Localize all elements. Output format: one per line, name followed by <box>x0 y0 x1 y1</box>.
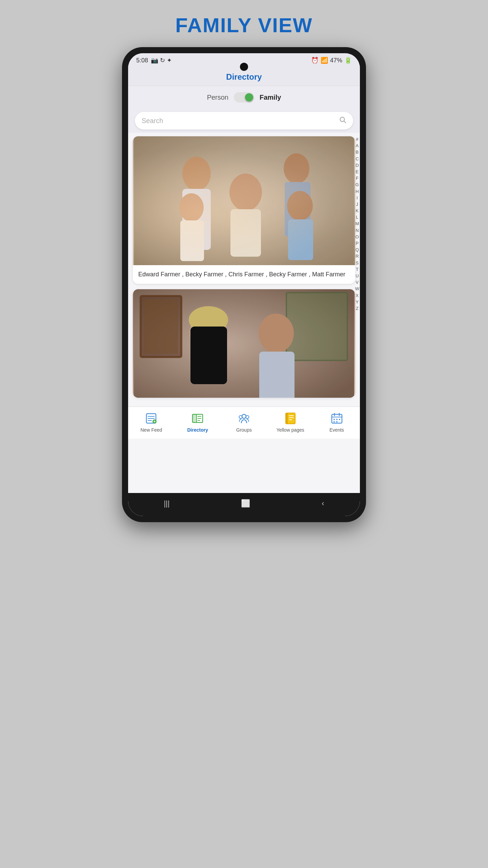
svg-point-52 <box>333 421 335 422</box>
family-photo-svg-1 <box>133 136 355 265</box>
alpha-L[interactable]: L <box>356 214 358 220</box>
phone-screen: 5:08 📷 ↻ ✦ ⏰ 📶 47% 🔋 Directory Person <box>128 53 360 516</box>
family-label: Family <box>260 94 281 101</box>
svg-rect-9 <box>230 209 261 257</box>
svg-point-51 <box>339 419 340 420</box>
directory-icon <box>191 412 204 425</box>
phone-frame: 5:08 📷 ↻ ✦ ⏰ 📶 47% 🔋 Directory Person <box>122 47 366 522</box>
alpha-hash[interactable]: # <box>356 136 358 142</box>
alpha-I[interactable]: I <box>357 195 358 201</box>
wifi-icon: 📶 <box>321 57 328 64</box>
camera-notch <box>240 63 248 71</box>
alpha-U[interactable]: U <box>355 273 359 279</box>
svg-rect-2 <box>134 136 354 265</box>
alpha-O[interactable]: O <box>355 234 359 240</box>
android-home-btn[interactable]: ⬜ <box>241 499 250 508</box>
svg-point-37 <box>242 414 246 418</box>
status-time: 5:08 <box>136 57 148 64</box>
svg-point-50 <box>336 419 338 420</box>
alpha-F[interactable]: F <box>356 175 359 181</box>
alpha-E[interactable]: E <box>356 169 359 175</box>
search-bar[interactable]: Search <box>135 112 353 130</box>
svg-rect-13 <box>288 219 313 260</box>
alpha-Q[interactable]: Q <box>355 247 359 253</box>
battery-icon: 🔋 <box>344 57 352 64</box>
alpha-Z[interactable]: Z <box>356 305 359 312</box>
family-card-1[interactable]: Edward Farmer , Becky Farmer , Chris Far… <box>133 136 355 284</box>
new-feed-icon <box>144 412 158 425</box>
svg-point-12 <box>287 191 313 221</box>
bottom-nav: New Feed Dire <box>128 407 360 439</box>
svg-point-49 <box>333 419 335 420</box>
list-area: # A B C D E F G H I J K L M N <box>128 133 360 407</box>
svg-rect-7 <box>285 182 310 236</box>
nav-label-events: Events <box>329 427 344 433</box>
app-content: Person Family Search <box>128 86 360 493</box>
toggle-knob <box>245 93 253 101</box>
nav-label-groups: Groups <box>236 427 252 433</box>
search-icon <box>339 116 346 125</box>
svg-point-6 <box>284 153 309 184</box>
svg-rect-5 <box>182 189 211 250</box>
svg-rect-33 <box>192 414 197 422</box>
view-toggle-row[interactable]: Person Family <box>128 86 360 108</box>
alpha-N[interactable]: N <box>355 228 359 234</box>
status-left: 5:08 📷 ↻ ✦ <box>136 57 172 64</box>
alpha-Y[interactable]: Y <box>356 299 359 305</box>
nav-item-events[interactable]: Events <box>313 412 360 433</box>
android-recent-btn[interactable]: ||| <box>164 499 169 508</box>
svg-line-1 <box>344 121 346 123</box>
search-placeholder[interactable]: Search <box>142 117 339 125</box>
nav-item-new-feed[interactable]: New Feed <box>128 412 175 433</box>
svg-rect-14 <box>134 136 354 265</box>
family-photo-1 <box>133 136 355 265</box>
svg-rect-3 <box>134 136 354 265</box>
alpha-W[interactable]: W <box>355 286 359 292</box>
alarm-icon: ⏰ <box>311 57 319 64</box>
nav-item-directory[interactable]: Directory <box>175 412 221 433</box>
groups-icon <box>237 412 251 425</box>
android-nav-bar: ||| ⬜ ‹ <box>128 493 360 516</box>
alpha-D[interactable]: D <box>355 162 359 169</box>
nav-label-new-feed: New Feed <box>140 427 162 433</box>
svg-rect-24 <box>134 289 354 398</box>
svg-point-4 <box>182 157 211 191</box>
alpha-G[interactable]: G <box>355 182 359 188</box>
alpha-V[interactable]: V <box>356 279 359 285</box>
svg-point-8 <box>229 174 262 211</box>
nav-label-directory: Directory <box>187 427 208 433</box>
svg-rect-11 <box>180 220 204 261</box>
alpha-H[interactable]: H <box>355 189 359 195</box>
alpha-C[interactable]: C <box>355 156 359 162</box>
alpha-A[interactable]: A <box>356 143 359 149</box>
alpha-M[interactable]: M <box>355 221 359 227</box>
svg-rect-41 <box>286 413 288 424</box>
family-name-1: Edward Farmer , Becky Farmer , Chris Far… <box>133 265 355 284</box>
alpha-T[interactable]: T <box>356 267 359 273</box>
status-right: ⏰ 📶 47% 🔋 <box>311 57 352 64</box>
alpha-X[interactable]: X <box>356 293 359 299</box>
nav-item-groups[interactable]: Groups <box>221 412 267 433</box>
svg-point-53 <box>336 421 338 422</box>
search-container: Search <box>128 108 360 133</box>
top-nav-title: Directory <box>226 72 262 81</box>
android-back-btn[interactable]: ‹ <box>322 499 324 508</box>
alpha-B[interactable]: B <box>356 149 359 155</box>
toggle-switch[interactable] <box>234 92 254 102</box>
alpha-J[interactable]: J <box>356 201 359 208</box>
family-photo-svg-2 <box>133 289 355 398</box>
alphabet-sidebar[interactable]: # A B C D E F G H I J K L M N <box>355 136 359 312</box>
yellow-pages-icon <box>284 412 297 425</box>
alpha-P[interactable]: P <box>356 240 359 246</box>
battery-text: 47% <box>330 57 342 64</box>
alpha-R[interactable]: R <box>355 253 359 259</box>
family-photo-2 <box>133 289 355 398</box>
page-title: FAMILY VIEW <box>175 14 312 37</box>
alpha-K[interactable]: K <box>356 208 359 214</box>
person-label: Person <box>207 94 228 101</box>
nav-item-yellow-pages[interactable]: Yellow pages <box>267 412 313 433</box>
family-card-2[interactable] <box>133 289 355 398</box>
alpha-S[interactable]: S <box>356 260 359 266</box>
nav-label-yellow-pages: Yellow pages <box>277 427 304 433</box>
status-icons: 📷 ↻ ✦ <box>151 57 172 64</box>
